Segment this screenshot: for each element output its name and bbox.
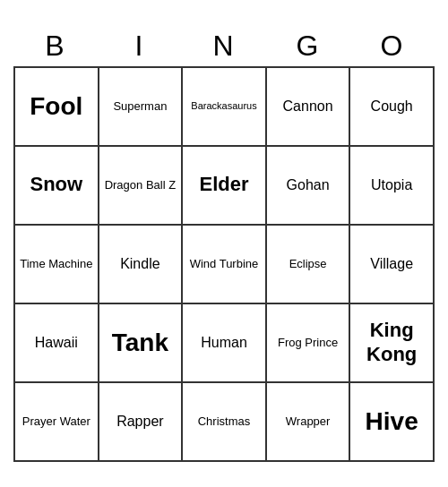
cell-label: Cannon: [283, 98, 333, 115]
bingo-cell: Hawaii: [15, 304, 99, 383]
bingo-cell: King Kong: [350, 304, 435, 383]
cell-label: Elder: [199, 173, 248, 196]
cell-label: Snow: [30, 173, 82, 196]
bingo-cell: Wrapper: [267, 383, 351, 462]
cell-label: Human: [201, 334, 247, 351]
cell-label: Gohan: [287, 176, 330, 193]
header-letter: G: [266, 26, 350, 66]
cell-label: Tank: [112, 328, 168, 358]
cell-label: Prayer Water: [22, 414, 90, 429]
bingo-cell: Rapper: [99, 383, 184, 462]
cell-label: Hawaii: [35, 334, 78, 351]
cell-label: Superman: [113, 99, 167, 114]
cell-label: Wrapper: [286, 414, 331, 429]
bingo-cell: Fool: [15, 68, 99, 147]
cell-label: Christmas: [198, 414, 251, 429]
bingo-cell: Cannon: [267, 68, 351, 147]
bingo-cell: Kindle: [99, 226, 184, 304]
bingo-cell: Gohan: [267, 147, 351, 226]
bingo-cell: Eclipse: [267, 226, 351, 304]
bingo-header: BINGO: [13, 26, 435, 66]
bingo-grid: FoolSupermanBarackasaurusCannonCoughSnow…: [13, 66, 435, 462]
cell-label: Time Machine: [20, 257, 92, 271]
bingo-cell: Human: [183, 304, 267, 383]
cell-label: Village: [370, 255, 413, 272]
cell-label: Eclipse: [289, 257, 327, 271]
header-letter: N: [182, 26, 266, 66]
bingo-cell: Barackasaurus: [183, 68, 267, 147]
cell-label: Utopia: [371, 176, 412, 193]
bingo-cell: Time Machine: [15, 226, 99, 304]
cell-label: Dragon Ball Z: [105, 178, 176, 192]
header-letter: O: [350, 26, 435, 66]
cell-label: Wind Turbine: [190, 257, 259, 271]
cell-label: Kindle: [120, 255, 159, 272]
bingo-cell: Prayer Water: [15, 383, 99, 462]
cell-label: King Kong: [353, 319, 430, 366]
bingo-cell: Village: [350, 226, 435, 304]
bingo-card: BINGO FoolSupermanBarackasaurusCannonCou…: [13, 26, 435, 462]
cell-label: Cough: [371, 98, 413, 115]
bingo-cell: Hive: [350, 383, 435, 462]
bingo-cell: Snow: [15, 147, 99, 226]
cell-label: Rapper: [116, 413, 163, 430]
bingo-cell: Utopia: [350, 147, 435, 226]
bingo-cell: Dragon Ball Z: [99, 147, 184, 226]
cell-label: Fool: [30, 91, 82, 122]
bingo-cell: Christmas: [183, 383, 267, 462]
bingo-cell: Tank: [99, 304, 184, 383]
header-letter: I: [98, 26, 182, 66]
cell-label: Hive: [366, 406, 418, 437]
cell-label: Barackasaurus: [191, 100, 256, 112]
bingo-cell: Wind Turbine: [183, 226, 267, 304]
bingo-cell: Superman: [99, 68, 184, 147]
header-letter: B: [13, 26, 98, 66]
bingo-cell: Elder: [183, 147, 267, 226]
bingo-cell: Cough: [350, 68, 435, 147]
cell-label: Frog Prince: [278, 336, 338, 350]
bingo-cell: Frog Prince: [267, 304, 351, 383]
